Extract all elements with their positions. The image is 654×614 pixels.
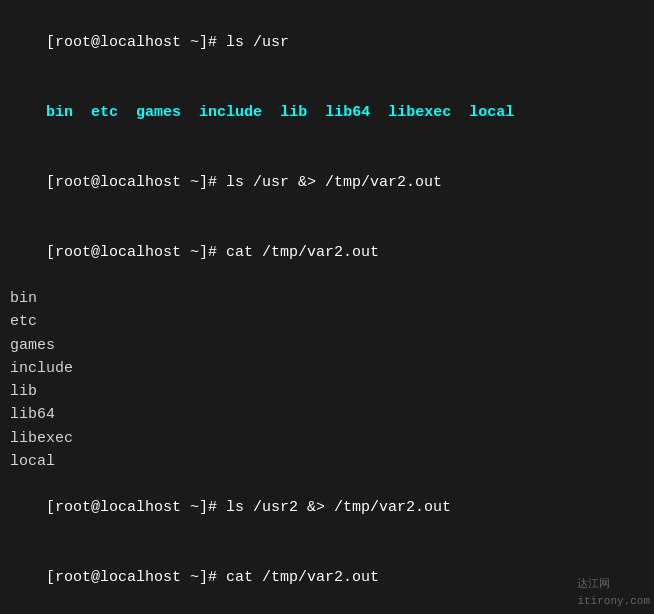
prompt-4: [root@localhost ~]# cat /tmp/var2.out — [46, 244, 379, 261]
ls-bin: bin — [46, 104, 73, 121]
line-6: etc — [10, 310, 644, 333]
line-10: lib64 — [10, 403, 644, 426]
watermark: 达江网itirony.com — [577, 576, 650, 610]
prompt-13: [root@localhost ~]# ls /usr2 &> /tmp/var… — [46, 499, 451, 516]
line-8: include — [10, 357, 644, 380]
line-2-ls-output: bin etc games include lib lib64 libexec … — [10, 78, 644, 148]
ls-etc: etc — [91, 104, 118, 121]
prompt-1: [root@localhost ~]# ls /usr — [46, 34, 289, 51]
line-1: [root@localhost ~]# ls /usr — [10, 8, 644, 78]
line-9: lib — [10, 380, 644, 403]
ls-lib: lib — [280, 104, 307, 121]
ls-games: games — [136, 104, 181, 121]
line-13: [root@localhost ~]# ls /usr2 &> /tmp/var… — [10, 473, 644, 543]
terminal: [root@localhost ~]# ls /usr bin etc game… — [0, 0, 654, 614]
ls-lib64: lib64 — [325, 104, 370, 121]
line-12: local — [10, 450, 644, 473]
ls-libexec: libexec — [388, 104, 451, 121]
line-3: [root@localhost ~]# ls /usr &> /tmp/var2… — [10, 148, 644, 218]
line-11: libexec — [10, 427, 644, 450]
line-7: games — [10, 334, 644, 357]
line-4: [root@localhost ~]# cat /tmp/var2.out — [10, 217, 644, 287]
prompt-3: [root@localhost ~]# ls /usr &> /tmp/var2… — [46, 174, 442, 191]
line-5: bin — [10, 287, 644, 310]
prompt-14: [root@localhost ~]# cat /tmp/var2.out — [46, 569, 379, 586]
ls-include: include — [199, 104, 262, 121]
line-14: [root@localhost ~]# cat /tmp/var2.out — [10, 543, 644, 613]
ls-local: local — [469, 104, 514, 121]
